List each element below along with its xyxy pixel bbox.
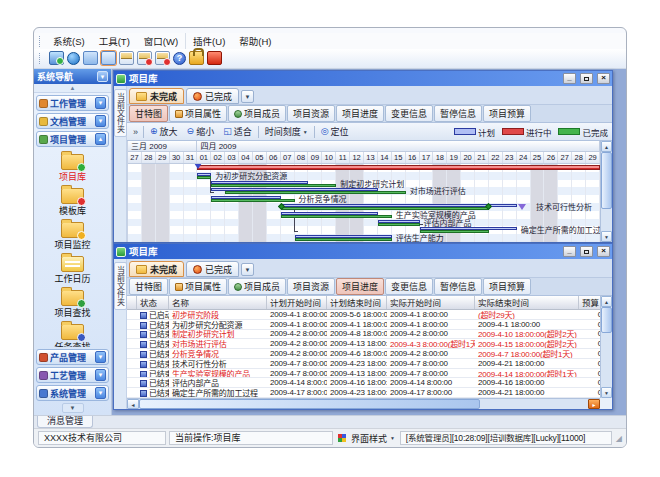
gantt-bar-actual-对市场进行评估[interactable] xyxy=(225,191,405,194)
menu-item-工具(T)[interactable]: 工具(T) xyxy=(92,33,137,49)
gantt-bar-actual-确定生产所需的加工过程[interactable] xyxy=(420,230,489,233)
menu-item-插件(U)[interactable]: 插件(U) xyxy=(185,33,232,49)
drag-handle[interactable] xyxy=(39,36,41,47)
table-horizontal-scrollbar[interactable]: ◄ ► xyxy=(127,398,600,409)
table-row[interactable]: 已结束评估内部产品2009-4-14 8:00:002009-4-16 18:0… xyxy=(127,378,600,388)
folder-icon-tb[interactable] xyxy=(83,51,98,65)
tab-overflow-button[interactable]: ▼ xyxy=(241,90,254,103)
zoom-out-button[interactable]: ⊖缩小 xyxy=(184,124,218,139)
scroll-up-arrow[interactable]: ▲ xyxy=(601,141,612,152)
scroll-left-arrow[interactable]: ◄ xyxy=(127,399,139,409)
column-header-计划开始时间[interactable]: 计划开始时间 xyxy=(267,296,327,309)
close-button[interactable]: × xyxy=(597,73,610,84)
sidebar-group-工艺管理[interactable]: 工艺管理▼ xyxy=(36,367,109,383)
current-folder-tab[interactable]: 当前文件夹 xyxy=(114,89,127,137)
table-row[interactable]: 已结束确定生产所需的加工过程2009-4-17 8:00:002009-4-23… xyxy=(127,388,600,398)
column-header-名称[interactable]: 名称 xyxy=(169,296,267,309)
sidebar-group-产品管理[interactable]: 产品管理▼ xyxy=(36,349,109,365)
chevron-down-icon[interactable]: ▼ xyxy=(95,97,106,109)
sidebar-overflow-button[interactable]: ▼ xyxy=(62,403,84,413)
system-icon[interactable] xyxy=(49,51,64,65)
save-icon[interactable] xyxy=(101,51,116,65)
sidebar-group-文档管理[interactable]: 文档管理▼ xyxy=(36,113,109,129)
tab-已完成[interactable]: 已完成 xyxy=(186,261,239,277)
table-row[interactable]: 已结束生产实验室规模的产品2009-4-7 8:00:002009-4-13 1… xyxy=(127,369,600,379)
sidebar-item-项目查找[interactable]: 项目查找 xyxy=(34,286,111,320)
subtab-项目成员[interactable]: 项目成员 xyxy=(228,278,286,295)
subtab-项目属性[interactable]: 项目属性 xyxy=(169,278,227,295)
scroll-down-arrow[interactable]: ▼ xyxy=(601,231,612,242)
sidebar-item-模板库[interactable]: 模板库 xyxy=(34,184,111,218)
sidebar-menu-button[interactable]: ▼ xyxy=(97,71,108,82)
close-button[interactable]: × xyxy=(597,246,610,257)
subtab-甘特图[interactable]: 甘特图 xyxy=(129,105,168,122)
sidebar-collapse-button[interactable]: ▲ xyxy=(34,84,111,93)
subtab-暂停信息[interactable]: 暂停信息 xyxy=(434,278,482,295)
tab-overflow-button[interactable]: ▼ xyxy=(241,263,254,276)
menu-item-系统(S)[interactable]: 系统(S) xyxy=(46,33,92,49)
gantt-bar-actual-技术可行性分析[interactable] xyxy=(281,207,489,210)
gantt-bar-actual-生产实验室规模的产品[interactable] xyxy=(281,215,392,218)
sidebar-group-系统管理[interactable]: 系统管理▼ xyxy=(36,385,109,401)
gantt-bar-actual-制定初步研究计划[interactable] xyxy=(211,184,336,187)
tab-未完成[interactable]: 未完成 xyxy=(129,261,184,277)
minimize-button[interactable]: _ xyxy=(563,246,576,257)
subtab-变更信息[interactable]: 变更信息 xyxy=(385,105,433,122)
subtab-项目成员[interactable]: 项目成员 xyxy=(228,105,286,122)
sidebar-item-工作日历[interactable]: 工作日历 xyxy=(34,252,111,286)
sidebar-item-任务查找[interactable]: 任务查找 xyxy=(34,320,111,347)
window-title-bar[interactable]: 项目库 _ × xyxy=(114,244,612,259)
subtab-项目进度[interactable]: 项目进度 xyxy=(336,278,384,295)
chevron-down-icon[interactable]: ▼ xyxy=(95,369,106,381)
restore-button[interactable] xyxy=(580,246,593,257)
column-header-计划结束时间[interactable]: 计划结束时间 xyxy=(327,296,387,309)
column-header-gutter[interactable] xyxy=(127,296,137,309)
subtab-项目资源[interactable]: 项目资源 xyxy=(287,278,335,295)
gantt-bar-inprogress-初步研究阶段[interactable] xyxy=(197,165,600,170)
table-row[interactable]: 已结束制定初步研究计划2009-4-2 8:00:002009-4-8 18:0… xyxy=(127,330,600,340)
subtab-变更信息[interactable]: 变更信息 xyxy=(385,278,433,295)
ui-style-dropdown[interactable]: 界面样式 ▼ xyxy=(336,432,397,445)
subtab-项目资源[interactable]: 项目资源 xyxy=(287,105,335,122)
table-row[interactable]: 已结束技术可行性分析2009-4-7 8:00:002009-4-23 18:0… xyxy=(127,359,600,369)
table-row[interactable]: 已结束分析竞争情况2009-4-2 8:00:002009-4-6 18:00:… xyxy=(127,349,600,359)
zoom-in-button[interactable]: ⊕放大 xyxy=(147,124,181,139)
sidebar-group-项目管理[interactable]: 项目管理▲ xyxy=(36,131,109,147)
scroll-right-arrow[interactable]: ► xyxy=(588,399,600,409)
gantt-bar-actual-为初步研究分配资源[interactable] xyxy=(197,176,211,179)
tab-未完成[interactable]: 未完成 xyxy=(129,88,184,104)
table-vertical-scrollbar[interactable]: ▲ ▼ xyxy=(600,296,612,398)
subtab-项目预算[interactable]: 项目预算 xyxy=(483,105,531,122)
gantt-bar-actual-评估内部产品[interactable] xyxy=(378,223,420,226)
column-header-状态[interactable]: 状态 xyxy=(137,296,169,309)
window-title-bar[interactable]: 项目库 _ × xyxy=(114,71,612,86)
chevron-down-icon[interactable]: ▼ xyxy=(95,387,106,399)
chevron-down-icon[interactable]: ▼ xyxy=(95,115,106,127)
gantt-bar-actual-评估生产能力[interactable] xyxy=(295,238,392,241)
scroll-up-arrow[interactable]: ▲ xyxy=(601,296,612,307)
sidebar-item-项目库[interactable]: 项目库 xyxy=(34,150,111,184)
toolbar-overflow-chevron[interactable]: » xyxy=(131,127,140,137)
sidebar-group-工作管理[interactable]: 工作管理▼ xyxy=(36,95,109,111)
gantt-bar-actual-分析竞争情况[interactable] xyxy=(211,199,294,202)
menu-item-窗口(W)[interactable]: 窗口(W) xyxy=(137,33,185,49)
globe-icon[interactable] xyxy=(67,52,80,65)
restore-button[interactable] xyxy=(580,73,593,84)
subtab-项目进度[interactable]: 项目进度 xyxy=(336,105,384,122)
mail2-icon[interactable] xyxy=(137,51,152,65)
lock-icon[interactable] xyxy=(189,51,204,65)
scrollbar-thumb[interactable] xyxy=(601,152,612,209)
column-header-实际开始时间[interactable]: 实际开始时间 xyxy=(387,296,475,309)
table-row[interactable]: 已结束对市场进行评估2009-4-2 8:00:002009-4-13 18:0… xyxy=(127,339,600,349)
drag-handle[interactable] xyxy=(39,53,41,64)
menu-item-帮助(H)[interactable]: 帮助(H) xyxy=(232,33,278,49)
column-header-实际结束时间[interactable]: 实际结束时间 xyxy=(475,296,579,309)
tab-已完成[interactable]: 已完成 xyxy=(186,88,239,104)
mail-icon[interactable] xyxy=(119,51,134,65)
chevron-down-icon[interactable]: ▼ xyxy=(95,351,106,363)
mail3-icon[interactable] xyxy=(155,51,170,65)
table-row[interactable]: 已启动初步研究阶段2009-4-1 8:00:002009-5-6 18:00:… xyxy=(127,310,600,320)
subtab-甘特图[interactable]: 甘特图 xyxy=(129,278,168,295)
tab-message-management[interactable]: 消息管理 xyxy=(37,416,93,428)
sidebar-item-项目监控[interactable]: 项目监控 xyxy=(34,218,111,252)
